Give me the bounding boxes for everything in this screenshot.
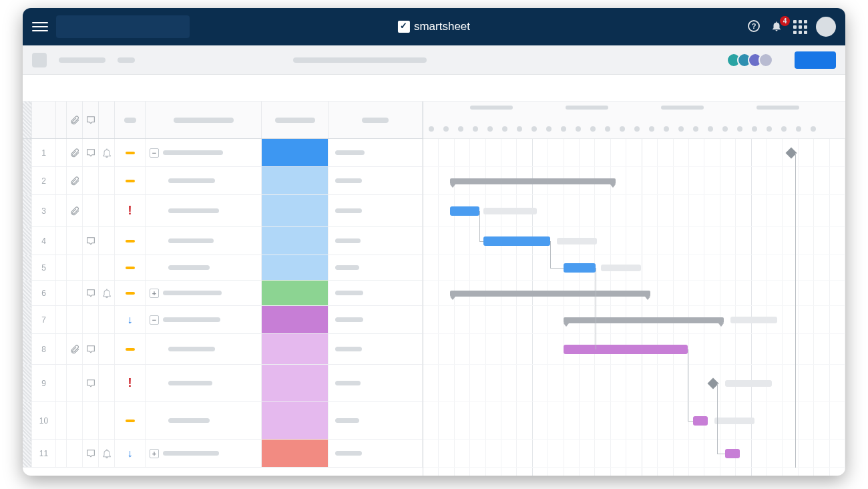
comment-cell[interactable] [83, 139, 99, 166]
task-cell[interactable] [146, 195, 262, 226]
status-cell[interactable]: ↓ [115, 440, 146, 467]
grid-row[interactable]: 1− [23, 139, 423, 167]
reminder-cell[interactable] [99, 227, 115, 255]
status-cell[interactable] [115, 334, 146, 364]
status-cell[interactable] [115, 139, 146, 166]
reminder-cell[interactable] [99, 402, 115, 439]
task-cell[interactable] [146, 365, 262, 401]
search-input[interactable] [56, 15, 190, 38]
pct-cell[interactable] [329, 402, 423, 439]
toggle-icon[interactable]: + [150, 289, 159, 298]
reminder-cell[interactable] [99, 365, 115, 401]
attachment-cell[interactable] [67, 281, 83, 305]
grid-row[interactable]: 4 [23, 227, 423, 255]
collaborators[interactable] [730, 53, 773, 67]
attachment-cell[interactable] [67, 195, 83, 226]
comment-cell[interactable] [83, 365, 99, 401]
color-cell[interactable] [262, 402, 329, 439]
task-cell[interactable] [146, 167, 262, 194]
reminder-cell[interactable] [99, 139, 115, 166]
status-cell[interactable]: ! [115, 195, 146, 226]
status-cell[interactable] [115, 227, 146, 255]
task-bar[interactable] [564, 345, 688, 354]
status-cell[interactable] [115, 402, 146, 439]
color-cell[interactable] [262, 440, 329, 467]
user-avatar[interactable] [816, 17, 836, 37]
grid-row[interactable]: 2 [23, 167, 423, 195]
task-cell[interactable] [146, 227, 262, 255]
attachment-cell[interactable] [67, 334, 83, 364]
reminder-cell[interactable] [99, 255, 115, 280]
grid-row[interactable]: 6+ [23, 281, 423, 306]
attachment-cell[interactable] [67, 402, 83, 439]
task-cell[interactable]: − [146, 306, 262, 333]
pct-cell[interactable] [329, 365, 423, 401]
reminder-cell[interactable] [99, 334, 115, 364]
menu-icon[interactable] [32, 19, 48, 35]
share-button[interactable] [795, 51, 836, 69]
sheet-title[interactable] [293, 57, 427, 63]
gantt-pane[interactable] [423, 102, 845, 476]
attachment-cell[interactable] [67, 255, 83, 280]
color-cell[interactable] [262, 195, 329, 226]
attachment-cell[interactable] [67, 167, 83, 194]
task-bar[interactable] [564, 263, 596, 273]
reminder-cell[interactable] [99, 281, 115, 305]
attachment-cell[interactable] [67, 365, 83, 401]
comment-cell[interactable] [83, 402, 99, 439]
attachment-icon[interactable] [67, 102, 83, 138]
status-cell[interactable] [115, 167, 146, 194]
status-cell[interactable] [115, 255, 146, 280]
attachment-cell[interactable] [67, 440, 83, 467]
pct-cell[interactable] [329, 167, 423, 194]
color-cell[interactable] [262, 281, 329, 305]
reminder-cell[interactable] [99, 195, 115, 226]
color-cell[interactable] [262, 167, 329, 194]
grid-row[interactable]: 5 [23, 255, 423, 281]
breadcrumb-icon[interactable] [32, 53, 47, 67]
comment-cell[interactable] [83, 306, 99, 333]
grid-row[interactable]: 3! [23, 195, 423, 227]
summary-bar[interactable] [564, 317, 724, 323]
comment-cell[interactable] [83, 255, 99, 280]
attachment-cell[interactable] [67, 306, 83, 333]
summary-bar[interactable] [450, 291, 650, 297]
comment-cell[interactable] [83, 195, 99, 226]
color-cell[interactable] [262, 139, 329, 166]
pct-cell[interactable] [329, 195, 423, 226]
toggle-icon[interactable]: − [150, 148, 159, 158]
pct-cell[interactable] [329, 255, 423, 280]
pct-cell[interactable] [329, 334, 423, 364]
reminder-cell[interactable] [99, 306, 115, 333]
grid-row[interactable]: 11↓+ [23, 440, 423, 468]
status-cell[interactable]: ! [115, 365, 146, 401]
task-cell[interactable]: + [146, 440, 262, 467]
breadcrumb[interactable] [118, 57, 135, 63]
reminder-cell[interactable] [99, 440, 115, 467]
pct-cell[interactable] [329, 306, 423, 333]
summary-bar[interactable] [450, 178, 616, 184]
toggle-icon[interactable]: + [150, 449, 159, 458]
task-bar[interactable] [693, 416, 708, 426]
pct-cell[interactable] [329, 281, 423, 305]
pct-cell[interactable] [329, 440, 423, 467]
task-cell[interactable] [146, 255, 262, 280]
toggle-icon[interactable]: − [150, 315, 159, 325]
comment-cell[interactable] [83, 334, 99, 364]
pct-cell[interactable] [329, 227, 423, 255]
task-bar[interactable] [483, 236, 550, 246]
grid-row[interactable]: 9! [23, 365, 423, 402]
status-cell[interactable]: ↓ [115, 306, 146, 333]
comment-cell[interactable] [83, 167, 99, 194]
comment-cell[interactable] [83, 440, 99, 467]
color-cell[interactable] [262, 365, 329, 401]
grid-row[interactable]: 7↓− [23, 306, 423, 334]
task-cell[interactable]: − [146, 139, 262, 166]
grid-row[interactable]: 8 [23, 334, 423, 365]
task-bar[interactable] [725, 449, 740, 458]
task-cell[interactable]: + [146, 281, 262, 305]
help-icon[interactable]: ? [748, 20, 761, 33]
attachment-cell[interactable] [67, 139, 83, 166]
color-cell[interactable] [262, 306, 329, 333]
apps-icon[interactable] [793, 20, 807, 33]
